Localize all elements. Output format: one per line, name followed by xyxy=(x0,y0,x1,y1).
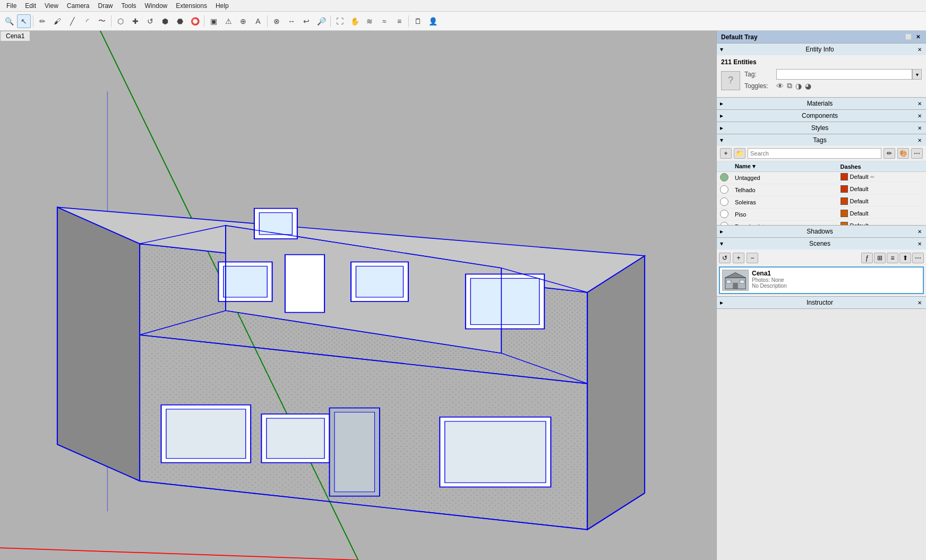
scenes-btn-1[interactable]: ƒ xyxy=(861,253,873,263)
tags-folder-btn[interactable]: 📁 xyxy=(734,148,745,159)
viewport-tab[interactable]: Cena1 xyxy=(0,31,30,41)
tag-dashes-cell: Default xyxy=(837,221,920,226)
tag-input[interactable] xyxy=(776,69,912,80)
tag-color-swatch[interactable] xyxy=(841,185,848,193)
tag-visibility-cell[interactable] xyxy=(717,172,732,184)
tags-search-input[interactable] xyxy=(748,148,881,159)
tag-visibility-toggle[interactable] xyxy=(720,197,728,206)
viewport[interactable]: Cena1 xyxy=(0,31,716,560)
tool-dimension[interactable]: ⚠ xyxy=(221,14,235,28)
tags-color-btn[interactable]: 🎨 xyxy=(897,148,909,159)
tool-eraser[interactable]: ✏ xyxy=(36,14,49,28)
tool-walk[interactable]: ↩ xyxy=(299,14,313,28)
shadows-close[interactable]: ✕ xyxy=(916,229,923,235)
tool-pan[interactable]: ✋ xyxy=(348,14,362,28)
tag-color-swatch[interactable] xyxy=(841,173,848,180)
menu-file[interactable]: File xyxy=(2,1,21,11)
tags-more-btn[interactable]: ⋯ xyxy=(911,148,923,159)
menu-help[interactable]: Help xyxy=(211,1,233,11)
toolbar-separator-3 xyxy=(204,15,204,27)
tool-user[interactable]: 👤 xyxy=(426,14,440,28)
tool-zoom[interactable]: 🔍 xyxy=(2,14,16,28)
components-header[interactable]: ▸ Components ✕ xyxy=(717,110,926,122)
instructor-close[interactable]: ✕ xyxy=(916,300,923,306)
tool-text[interactable]: A xyxy=(251,14,265,28)
tag-color-swatch[interactable] xyxy=(841,222,848,226)
tag-visibility-cell[interactable] xyxy=(717,196,732,209)
tag-color-swatch[interactable] xyxy=(841,197,848,205)
tool-rotate[interactable]: ↺ xyxy=(143,14,157,28)
menu-camera[interactable]: Camera xyxy=(63,1,94,11)
components-close[interactable]: ✕ xyxy=(916,113,923,119)
tags-close[interactable]: ✕ xyxy=(916,137,923,143)
scenes-header[interactable]: ▾ Scenes ✕ xyxy=(717,238,926,249)
tag-visibility-cell[interactable] xyxy=(717,221,732,226)
styles-header[interactable]: ▸ Styles ✕ xyxy=(717,122,926,134)
tool-line[interactable]: ╱ xyxy=(65,14,79,28)
tool-axes[interactable]: ⊗ xyxy=(270,14,284,28)
scenes-btn-5[interactable]: ⋯ xyxy=(912,253,924,263)
tool-tape[interactable]: ▣ xyxy=(207,14,220,28)
tool-select[interactable]: ↖ xyxy=(17,14,31,28)
menu-extensions[interactable]: Extensions xyxy=(172,1,211,11)
tag-edit-pencil[interactable]: ✏ xyxy=(870,174,874,180)
toggle-receive-shadow[interactable]: ◕ xyxy=(805,82,811,90)
menu-draw[interactable]: Draw xyxy=(94,1,117,11)
menu-window[interactable]: Window xyxy=(141,1,172,11)
tool-arc[interactable]: ◜ xyxy=(80,14,94,28)
entity-info-close[interactable]: ✕ xyxy=(916,47,923,53)
toggle-lock[interactable]: ⧉ xyxy=(787,81,792,90)
tags-add-btn[interactable]: + xyxy=(720,148,732,159)
scenes-remove-btn[interactable]: − xyxy=(747,253,758,263)
menu-tools[interactable]: Tools xyxy=(117,1,141,11)
tool-freehand[interactable]: 〜 xyxy=(95,14,109,28)
menu-edit[interactable]: Edit xyxy=(21,1,40,11)
tool-move[interactable]: ✚ xyxy=(128,14,142,28)
tag-dropdown[interactable]: ▾ xyxy=(912,69,922,80)
scenes-btn-4[interactable]: ⬆ xyxy=(899,253,911,263)
styles-close[interactable]: ✕ xyxy=(916,125,923,131)
toggle-visible[interactable]: 👁 xyxy=(776,82,784,90)
materials-header[interactable]: ▸ Materials ✕ xyxy=(717,98,926,109)
scenes-add-btn[interactable]: + xyxy=(733,253,744,263)
tool-protractor[interactable]: ⊕ xyxy=(236,14,250,28)
tag-visibility-toggle[interactable] xyxy=(720,173,728,182)
tags-col-dashes[interactable]: Dashes xyxy=(837,161,920,172)
tool-scale[interactable]: ⬢ xyxy=(158,14,172,28)
entity-info-header[interactable]: ▾ Entity Info ✕ xyxy=(717,44,926,55)
tags-pencil-btn[interactable]: ✏ xyxy=(884,148,895,159)
tool-previousview[interactable]: ≡ xyxy=(392,14,406,28)
toggle-cast-shadow[interactable]: ◑ xyxy=(795,82,802,90)
menu-view[interactable]: View xyxy=(40,1,63,11)
tray-btn-1[interactable]: ⬜ xyxy=(904,33,913,40)
tool-followme[interactable]: ⬣ xyxy=(173,14,187,28)
tool-lookaround[interactable]: 🔎 xyxy=(314,14,328,28)
tag-visibility-cell[interactable] xyxy=(717,209,732,221)
tags-header[interactable]: ▾ Tags ✕ xyxy=(717,134,926,146)
tool-push-pull[interactable]: ⬡ xyxy=(114,14,127,28)
tag-visibility-toggle[interactable] xyxy=(720,210,728,218)
scenes-btn-2[interactable]: ⊞ xyxy=(874,253,886,263)
tool-offset[interactable]: ⭕ xyxy=(188,14,202,28)
tool-zoomextents[interactable]: ≈ xyxy=(378,14,391,28)
tags-col-name[interactable]: Name ▾ xyxy=(732,161,837,172)
tray-btn-2[interactable]: ✕ xyxy=(914,33,922,40)
shadows-header[interactable]: ▸ Shadows ✕ xyxy=(717,226,926,237)
scenes-refresh-btn[interactable]: ↺ xyxy=(719,253,731,263)
tool-orbit[interactable]: ⛶ xyxy=(333,14,347,28)
entity-info-expand-icon: ▾ xyxy=(720,46,723,53)
tag-color-swatch[interactable] xyxy=(841,210,848,217)
tag-visibility-toggle[interactable] xyxy=(720,185,728,194)
tags-section: ▾ Tags ✕ + 📁 ✏ 🎨 ⋯ xyxy=(717,134,926,226)
tag-visibility-cell[interactable] xyxy=(717,184,732,196)
tool-zoomwindow[interactable]: ≋ xyxy=(363,14,376,28)
tag-visibility-toggle[interactable] xyxy=(720,222,728,225)
tool-section[interactable]: ↔ xyxy=(285,14,298,28)
scenes-close[interactable]: ✕ xyxy=(916,241,923,247)
materials-close[interactable]: ✕ xyxy=(916,101,923,107)
tool-paint[interactable]: 🖌 xyxy=(50,14,64,28)
scenes-btn-3[interactable]: ≡ xyxy=(887,253,898,263)
tool-new[interactable]: 🗒 xyxy=(411,14,425,28)
scene-item[interactable]: Cena1Photos: NoneNo Description xyxy=(719,266,924,294)
instructor-header[interactable]: ▸ Instructor ✕ xyxy=(717,297,926,308)
